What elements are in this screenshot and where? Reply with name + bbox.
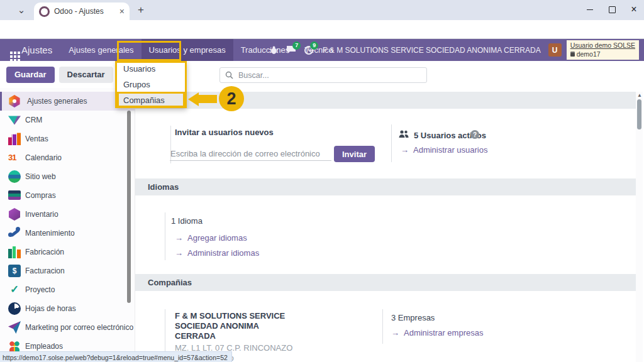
restore-button[interactable] <box>602 3 621 16</box>
company-name-line3: CERRADA <box>175 331 216 341</box>
menu-ajustes-generales[interactable]: Ajustes generales <box>61 39 141 61</box>
idiomas-left-border <box>165 212 165 260</box>
companias-divider <box>382 309 383 344</box>
invoicing-icon <box>8 265 21 277</box>
minimize-button[interactable] <box>580 3 599 16</box>
sidebar-item-fabricacion[interactable]: Fabricación <box>0 243 135 261</box>
tab-title: Odoo - Ajustes <box>54 7 119 16</box>
app-name[interactable]: Ajustes <box>21 39 52 61</box>
menu-usuarios-y-empresas[interactable]: Usuarios y empresas <box>142 39 233 61</box>
new-tab-icon[interactable]: + <box>136 5 146 15</box>
search-input[interactable] <box>237 70 421 80</box>
dropdown-item-usuarios[interactable]: Usuarios <box>116 61 187 77</box>
odoo-nav-bar: Ajustes Ajustes generales Usuarios y emp… <box>0 39 644 61</box>
arrow-right-icon: → <box>175 233 183 243</box>
timesheets-icon <box>8 302 21 315</box>
annotation-step-badge: 2 <box>219 86 244 111</box>
scrollbar-up-icon[interactable]: ▲ <box>637 92 642 98</box>
tab-search-chevron-icon[interactable]: ⌄ <box>16 5 26 15</box>
browser-tab[interactable]: Odoo - Ajustes × <box>34 3 130 20</box>
sidebar-item-ajustes-generales[interactable]: Ajustes generales <box>0 92 135 111</box>
database-name: demo17 <box>577 50 601 58</box>
database-icon <box>570 52 575 57</box>
user-avatar[interactable]: U <box>548 43 562 57</box>
status-bar: https://demo17.solse.pe/web?debug=1&relo… <box>0 351 232 362</box>
sidebar-item-inventario[interactable]: Inventario <box>0 205 135 224</box>
annotation-arrow-tail <box>197 95 217 103</box>
idiomas-title: Idiomas <box>148 182 179 192</box>
manufacturing-icon <box>8 246 21 258</box>
company-name-line2: SOCIEDAD ANONIMA <box>175 321 259 331</box>
maintenance-icon <box>8 227 21 239</box>
calendar-icon <box>8 151 21 164</box>
arrow-right-icon: → <box>401 145 409 155</box>
sidebar-item-compras[interactable]: Compras <box>0 186 135 205</box>
search-icon <box>225 71 233 79</box>
sales-icon <box>8 133 21 145</box>
companias-section-header: Compañias <box>135 274 636 291</box>
apps-grid-icon[interactable] <box>10 52 13 54</box>
usuarios-empresas-dropdown: Usuarios Grupos Compañias <box>116 61 187 108</box>
help-icon[interactable]: ? <box>470 130 479 139</box>
sidebar-item-sitio-web[interactable]: Sitio web <box>0 167 135 186</box>
browser-title-bar: ⌄ Odoo - Ajustes × + × <box>0 0 644 20</box>
odoo-favicon <box>39 6 50 17</box>
user-menu[interactable]: Usuario demo SOLSE demo17 <box>567 40 639 59</box>
messages-badge: 7 <box>292 41 301 50</box>
arrow-right-icon: → <box>175 248 183 258</box>
inventory-icon <box>8 208 21 221</box>
invite-email-input[interactable] <box>170 147 331 161</box>
sidebar-item-mantenimiento[interactable]: Mantenimiento <box>0 224 135 243</box>
content-scrollbar-thumb[interactable] <box>637 99 641 129</box>
dropdown-item-companias[interactable]: Compañias <box>116 92 187 108</box>
sidebar-item-proyecto[interactable]: Proyecto <box>0 280 135 299</box>
crm-icon <box>8 114 21 126</box>
save-button[interactable]: Guardar <box>6 67 55 83</box>
status-link-text: https://demo17.solse.pe/web?debug=1&relo… <box>3 354 228 361</box>
arrow-right-icon: → <box>391 328 399 337</box>
company-name-line1: F & M SOLUTIONS SERVICE <box>175 311 285 321</box>
general-settings-icon <box>8 95 21 107</box>
content-scrollbar-track[interactable] <box>636 92 643 362</box>
purchase-icon <box>8 190 21 200</box>
manage-languages-link[interactable]: →Administrar idiomas <box>175 248 259 258</box>
sidebar-item-crm[interactable]: CRM <box>0 111 135 129</box>
email-marketing-icon <box>8 321 21 334</box>
tab-close-icon[interactable]: × <box>119 7 125 16</box>
activities-icon[interactable]: 9 <box>303 44 315 57</box>
project-icon <box>8 283 21 296</box>
sidebar-scrollbar[interactable] <box>127 111 131 303</box>
add-languages-link[interactable]: →Agregar idiomas <box>175 233 247 243</box>
browser-window: ⌄ Odoo - Ajustes × + × ← → demo17.solse.… <box>0 0 644 362</box>
close-button[interactable]: × <box>625 3 643 16</box>
messages-icon[interactable]: 7 <box>285 44 297 57</box>
sidebar-item-facturacion[interactable]: Facturacion <box>0 261 135 280</box>
website-icon <box>8 170 21 183</box>
sidebar-item-marketing[interactable]: Marketing por correo electrónico <box>0 318 135 337</box>
browser-toolbar: ← → demo17.solse.pe/web?debug=1&reload=t… <box>0 20 644 39</box>
company-switcher[interactable]: F & M SOLUTIONS SERVICE SOCIEDAD ANONIMA… <box>323 46 541 55</box>
search-box[interactable] <box>219 67 427 83</box>
sidebar-item-hojas-de-horas[interactable]: Hojas de horas <box>0 299 135 318</box>
sidebar-item-calendario[interactable]: Calendario <box>0 148 135 167</box>
activities-badge: 9 <box>310 41 318 50</box>
employees-icon <box>8 340 21 353</box>
idiomas-count: 1 Idioma <box>171 216 203 226</box>
dropdown-item-grupos[interactable]: Grupos <box>116 77 187 92</box>
companias-title: Compañias <box>148 278 192 287</box>
manage-users-link[interactable]: →Administrar usuarios <box>401 145 488 155</box>
sidebar-item-ventas[interactable]: Ventas <box>0 129 135 148</box>
debug-bug-icon[interactable] <box>267 44 280 57</box>
settings-sidebar: Ajustes generales CRM Ventas Calendario … <box>0 88 135 362</box>
discard-button[interactable]: Descartar <box>59 67 113 83</box>
manage-companies-link[interactable]: →Administrar empresas <box>391 328 483 337</box>
companies-count: 3 Empresas <box>391 313 435 322</box>
idiomas-section-header: Idiomas <box>135 178 636 195</box>
invite-label: Invitar a usuarios nuevos <box>175 128 274 137</box>
users-divider <box>391 124 392 162</box>
users-group-icon <box>398 129 409 138</box>
invite-button[interactable]: Invitar <box>334 146 375 162</box>
user-name: Usuario demo SOLSE <box>570 41 635 50</box>
